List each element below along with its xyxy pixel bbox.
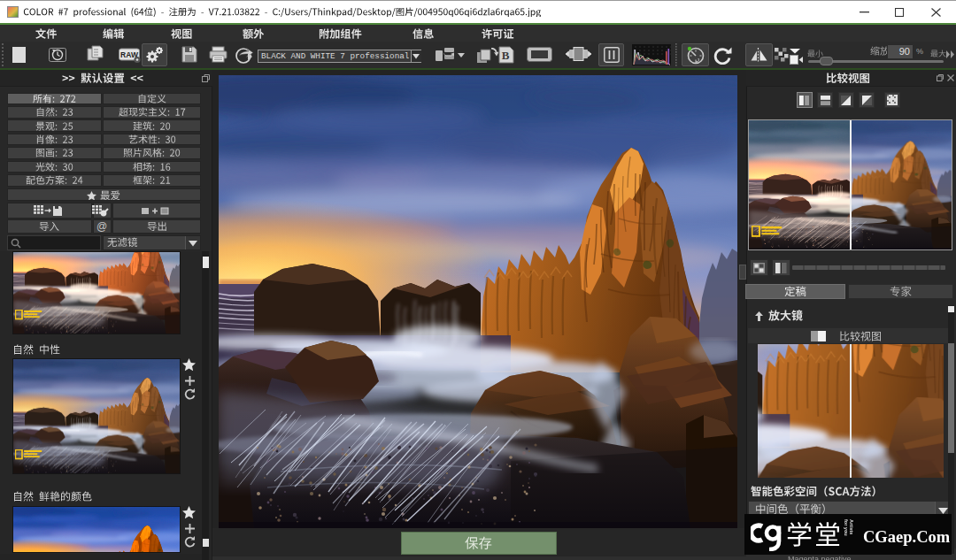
- svg-text:B: B: [502, 49, 510, 62]
